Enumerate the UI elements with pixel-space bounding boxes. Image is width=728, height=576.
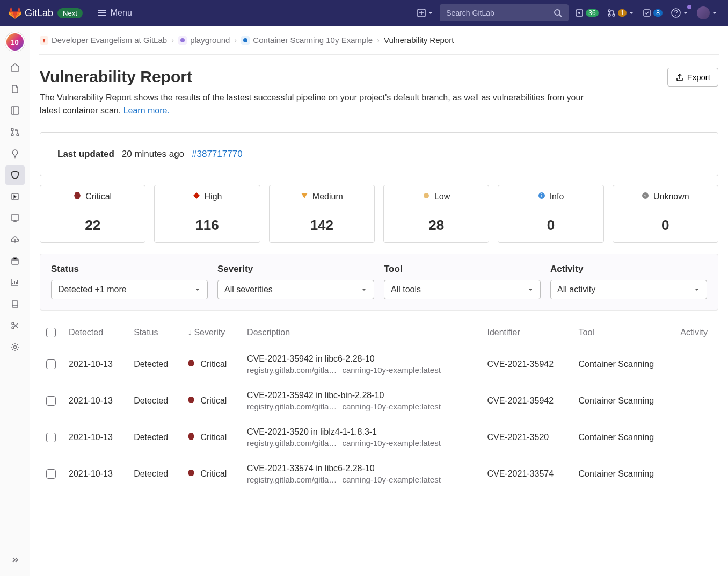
- svg-marker-35: [188, 470, 194, 476]
- filter-value: Detected +1 more: [58, 285, 127, 294]
- svg-text:?: ?: [644, 193, 647, 198]
- row-checkbox[interactable]: [46, 469, 56, 479]
- col-status[interactable]: Status: [128, 320, 181, 345]
- plus-square-icon: [417, 9, 426, 17]
- chart-icon: [10, 278, 20, 287]
- severity-card-unknown[interactable]: ? Unknown 0: [613, 185, 718, 243]
- learn-more-link[interactable]: Learn more.: [123, 106, 170, 115]
- severity-card-low[interactable]: Low 28: [383, 185, 489, 243]
- vuln-title[interactable]: CVE-2021-3520 in liblz4-1-1.8.3-1: [247, 427, 475, 437]
- row-checkbox[interactable]: [46, 433, 56, 442]
- cell-severity: Critical: [182, 347, 241, 382]
- severity-count: 28: [384, 208, 489, 242]
- file-icon: [10, 84, 20, 94]
- table-row[interactable]: 2021-10-13 Detected Critical CVE-2021-35…: [41, 420, 719, 455]
- sidebar-item-cicd[interactable]: [5, 144, 25, 163]
- breadcrumb: Developer Evangelism at GitLab › playgro…: [39, 26, 719, 55]
- col-severity[interactable]: ↓Severity: [182, 320, 241, 345]
- cell-detected: 2021-10-13: [63, 347, 127, 382]
- sidebar-item-security[interactable]: [5, 165, 25, 185]
- help-dropdown[interactable]: [669, 6, 690, 20]
- col-tool[interactable]: Tool: [573, 320, 674, 345]
- col-description[interactable]: Description: [242, 320, 481, 345]
- main-content: Developer Evangelism at GitLab › playgro…: [30, 26, 728, 576]
- severity-card-critical[interactable]: Critical 22: [40, 185, 145, 243]
- home-icon: [10, 63, 20, 73]
- severity-label: Critical: [85, 192, 112, 201]
- gitlab-logo[interactable]: GitLab: [9, 6, 53, 19]
- sidebar-item-packages[interactable]: [5, 251, 25, 271]
- sidebar-item-deployments[interactable]: [5, 187, 25, 206]
- mr-link[interactable]: 1: [605, 6, 637, 19]
- severity-card-info[interactable]: i Info 0: [498, 185, 603, 243]
- filter-severity-select[interactable]: All severities: [217, 280, 374, 299]
- table-row[interactable]: 2021-10-13 Detected Critical CVE-2021-35…: [41, 347, 719, 382]
- page-description: The Vulnerability Report shows the resul…: [40, 91, 598, 117]
- cell-description: CVE-2021-35942 in libc-bin-2.28-10 regis…: [242, 383, 481, 419]
- sidebar-item-project[interactable]: [5, 58, 25, 77]
- create-dropdown[interactable]: [415, 6, 435, 19]
- breadcrumb-item[interactable]: playground: [178, 35, 230, 45]
- menu-button[interactable]: Menu: [93, 6, 136, 20]
- search-box[interactable]: [440, 4, 569, 21]
- cell-activity: [675, 383, 719, 419]
- shield-icon: [10, 170, 20, 180]
- col-detected[interactable]: Detected: [63, 320, 127, 345]
- vuln-title[interactable]: CVE-2021-35942 in libc6-2.28-10: [247, 354, 475, 364]
- user-dropdown[interactable]: [695, 4, 719, 21]
- col-identifier[interactable]: Identifier: [482, 320, 572, 345]
- table-row[interactable]: 2021-10-13 Detected Critical CVE-2021-35…: [41, 383, 719, 419]
- todos-link[interactable]: 8: [640, 6, 665, 19]
- export-button[interactable]: Export: [667, 68, 718, 87]
- sidebar-item-infrastructure[interactable]: [5, 230, 25, 249]
- cell-activity: [675, 420, 719, 455]
- sidebar-item-snippets[interactable]: [5, 316, 25, 335]
- filter-activity-select[interactable]: All activity: [550, 280, 707, 299]
- row-checkbox[interactable]: [46, 396, 56, 406]
- sidebar-item-settings[interactable]: [5, 337, 25, 357]
- project-icon: [241, 36, 250, 45]
- select-all-checkbox[interactable]: [46, 328, 56, 337]
- cell-tool: Container Scanning: [573, 420, 674, 455]
- col-activity[interactable]: Activity: [675, 320, 719, 345]
- breadcrumb-item[interactable]: Developer Evangelism at GitLab: [40, 35, 167, 45]
- issues-link[interactable]: 36: [573, 6, 600, 19]
- chevron-right-icon: ›: [234, 35, 237, 45]
- vuln-title[interactable]: CVE-2021-35942 in libc-bin-2.28-10: [247, 391, 475, 400]
- project-avatar[interactable]: 10: [5, 32, 25, 52]
- sidebar-item-issues[interactable]: [5, 101, 25, 120]
- group-icon: [178, 36, 187, 45]
- sidebar-item-repository[interactable]: [5, 80, 25, 99]
- table-row[interactable]: 2021-10-13 Detected Critical CVE-2021-33…: [41, 456, 719, 492]
- filter-tool-select[interactable]: All tools: [384, 280, 541, 299]
- cell-identifier: CVE-2021-33574: [482, 456, 572, 492]
- scissors-icon: [10, 321, 20, 330]
- filter-status-select[interactable]: Detected +1 more: [51, 280, 208, 299]
- sidebar-item-wiki[interactable]: [5, 294, 25, 314]
- severity-critical-icon: [187, 469, 195, 479]
- sidebar-item-monitor[interactable]: [5, 208, 25, 228]
- cell-tool: Container Scanning: [573, 383, 674, 419]
- next-badge[interactable]: Next: [57, 8, 83, 18]
- vuln-title[interactable]: CVE-2021-33574 in libc6-2.28-10: [247, 464, 475, 473]
- mr-count: 1: [618, 9, 627, 17]
- cell-identifier: CVE-2021-35942: [482, 383, 572, 419]
- cell-activity: [675, 456, 719, 492]
- sidebar-expand[interactable]: [5, 550, 25, 570]
- svg-marker-26: [301, 193, 308, 198]
- sidebar-item-analytics[interactable]: [5, 273, 25, 292]
- sidebar-item-mr[interactable]: [5, 123, 25, 142]
- row-checkbox[interactable]: [46, 359, 56, 369]
- cloud-icon: [10, 235, 20, 244]
- cell-detected: 2021-10-13: [63, 420, 127, 455]
- severity-count: 142: [270, 208, 374, 242]
- search-input[interactable]: [446, 9, 554, 17]
- severity-card-medium[interactable]: Medium 142: [269, 185, 375, 243]
- pipeline-link[interactable]: #387717770: [192, 149, 243, 160]
- severity-card-high[interactable]: High 116: [154, 185, 260, 243]
- svg-point-6: [613, 14, 615, 16]
- cell-description: CVE-2021-33574 in libc6-2.28-10 registry…: [242, 456, 481, 492]
- breadcrumb-item[interactable]: Container Scanning 10y Example: [241, 35, 373, 45]
- last-updated-time: 20 minutes ago: [122, 149, 184, 160]
- filters-bar: Status Detected +1 more Severity All sev…: [40, 254, 718, 311]
